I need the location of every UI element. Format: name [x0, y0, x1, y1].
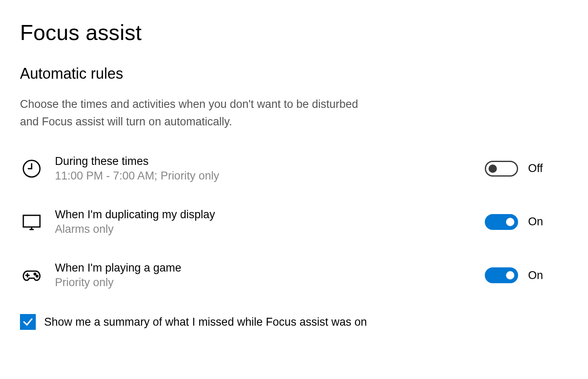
rule-title: During these times: [55, 154, 485, 169]
toggle-label: On: [528, 215, 543, 228]
clock-icon: [20, 157, 43, 180]
toggle-during-these-times[interactable]: [485, 161, 518, 177]
rule-subtitle: Priority only: [55, 275, 485, 290]
toggle-playing-game[interactable]: [485, 267, 518, 283]
section-heading-automatic-rules: Automatic rules: [20, 65, 568, 82]
monitor-icon: [20, 210, 43, 234]
rule-playing-game[interactable]: When I'm playing a game Priority only On: [20, 261, 568, 290]
rule-duplicating-display[interactable]: When I'm duplicating my display Alarms o…: [20, 207, 568, 237]
summary-checkbox-label: Show me a summary of what I missed while…: [44, 316, 367, 329]
rule-title: When I'm playing a game: [55, 261, 485, 275]
svg-point-2: [34, 273, 36, 275]
rule-during-these-times[interactable]: During these times 11:00 PM - 7:00 AM; P…: [20, 154, 568, 183]
svg-rect-1: [23, 215, 40, 227]
toggle-label: Off: [528, 162, 543, 175]
rule-subtitle: Alarms only: [55, 222, 485, 237]
summary-checkbox[interactable]: [20, 314, 36, 330]
toggle-label: On: [528, 269, 543, 282]
page-title: Focus assist: [20, 20, 568, 45]
gamepad-icon: [20, 264, 43, 287]
toggle-duplicating-display[interactable]: [485, 214, 518, 230]
rule-title: When I'm duplicating my display: [55, 207, 485, 222]
summary-checkbox-row: Show me a summary of what I missed while…: [20, 314, 568, 330]
svg-point-3: [36, 275, 38, 277]
section-description: Choose the times and activities when you…: [20, 96, 361, 131]
rule-subtitle: 11:00 PM - 7:00 AM; Priority only: [55, 169, 485, 183]
